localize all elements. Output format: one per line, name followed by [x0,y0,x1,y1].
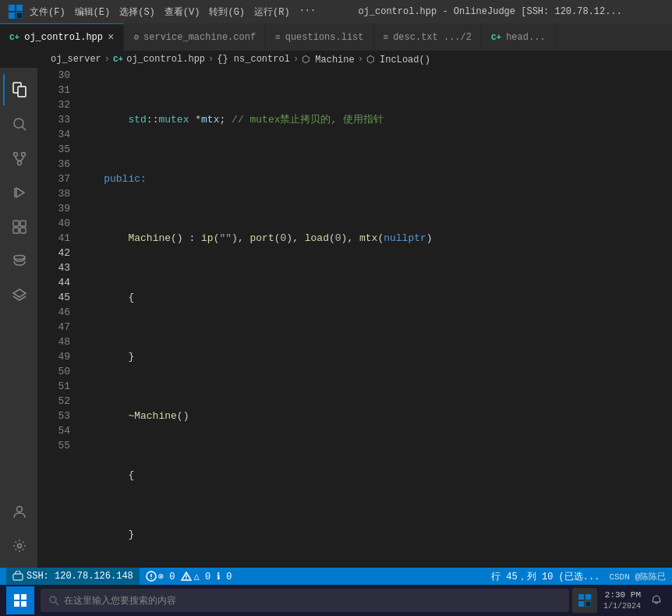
menu-select[interactable]: 选择(S) [119,5,155,19]
line-num-43: 43 [44,260,70,275]
activity-account[interactable] [3,496,34,527]
svg-point-6 [14,119,23,128]
svg-rect-21 [13,574,23,580]
tab-label-service-machine: service_machine.conf [143,32,256,43]
activity-bar [0,68,37,568]
status-warnings[interactable]: △ 0 [181,571,210,582]
breadcrumb: oj_server › C+ oj_control.hpp › {} ns_co… [0,51,672,68]
code-line-35: ~Machine() [80,409,672,423]
taskbar-notification[interactable] [647,591,666,610]
line-numbers: 30 31 32 33 34 35 36 37 38 39 40 41 42 4… [37,68,76,568]
svg-rect-35 [585,594,591,600]
line-num-31: 31 [44,83,70,97]
activity-search[interactable] [3,108,34,140]
code-line-36: { [80,468,672,483]
menu-bar[interactable]: 文件(F) 编辑(E) 选择(S) 查看(V) 转到(G) 运行(R) ··· [30,5,316,19]
breadcrumb-sep-0: › [104,54,110,65]
code-line-37: } [80,527,672,542]
activity-layers[interactable] [3,280,34,311]
breadcrumb-part-3[interactable]: ⬡ Machine [302,54,355,65]
status-bar: SSH: 120.78.126.148 ⊗ 0 △ 0 ℹ 0 行 45，列 1… [0,568,672,585]
code-line-33: { [80,290,672,305]
menu-view[interactable]: 查看(V) [164,5,200,19]
line-num-40: 40 [44,216,70,231]
svg-point-8 [14,153,18,157]
menu-goto[interactable]: 转到(G) [209,5,245,19]
line-num-44: 44 [44,275,70,290]
svg-point-10 [18,161,22,165]
svg-point-9 [22,153,26,157]
app-logo [8,4,23,19]
svg-rect-3 [16,12,23,19]
tab-label-desc-txt: desc.txt .../2 [393,32,472,43]
breadcrumb-sep-1: › [208,54,214,65]
breadcrumb-sep-3: › [358,54,363,65]
breadcrumb-part-4[interactable]: ⬡ IncLoad() [366,54,430,65]
activity-settings[interactable] [3,530,34,561]
menu-run[interactable]: 运行(R) [254,5,290,19]
tab-label-head: head... [506,32,545,43]
line-num-41: 41 [44,231,70,246]
breadcrumb-part-1[interactable]: C+ [113,55,123,64]
line-num-50: 50 [44,364,70,379]
menu-file[interactable]: 文件(F) [30,5,65,19]
taskbar-search[interactable]: 在这里输入您要搜索的内容 [41,589,569,612]
tab-questions-list[interactable]: ≡ questions.list [266,23,373,51]
status-errors[interactable]: ⊗ 0 [146,571,175,582]
line-num-42: 42 [44,246,70,260]
tab-service-machine[interactable]: ⚙ service_machine.conf [124,23,266,51]
svg-rect-13 [13,221,19,226]
svg-point-24 [150,578,152,579]
status-info[interactable]: ℹ 0 [217,571,232,582]
line-num-33: 33 [44,112,70,127]
tab-close-oj-control[interactable]: × [108,32,114,43]
status-ssh[interactable]: SSH: 120.78.126.148 [6,568,140,585]
code-line-30: std::mutex *mtx; // mutex禁止拷贝的, 使用指针 [80,112,672,127]
taskbar-app-icon[interactable] [572,588,597,613]
taskbar-clock: 2:30 PM 1/1/2024 [603,589,641,611]
status-right: 行 45，列 10 (已选... CSDN @陈陈已 [491,570,666,583]
svg-rect-0 [9,5,15,11]
activity-source-control[interactable] [3,143,34,174]
line-num-35: 35 [44,142,70,157]
svg-rect-29 [21,594,27,600]
svg-marker-11 [16,188,24,197]
tab-label-questions-list: questions.list [285,32,364,43]
status-position[interactable]: 行 45，列 10 (已选... [491,570,599,583]
activity-database[interactable] [3,246,34,277]
svg-rect-36 [578,601,584,607]
taskbar: 在这里输入您要搜索的内容 2:30 PM 1/1/2024 [0,585,672,616]
menu-edit[interactable]: 编辑(E) [75,5,111,19]
breadcrumb-part-2[interactable]: {} ns_control [217,54,290,65]
svg-rect-2 [9,12,15,19]
tab-oj-control[interactable]: C+ oj_control.hpp × [0,23,124,51]
svg-point-17 [14,256,25,260]
activity-explorer[interactable] [3,74,34,105]
code-lines[interactable]: std::mutex *mtx; // mutex禁止拷贝的, 使用指针 pub… [76,68,672,568]
activity-run[interactable] [3,177,34,208]
tab-head[interactable]: C+ head... [482,23,556,51]
line-num-48: 48 [44,335,70,349]
svg-rect-5 [18,87,26,97]
menu-more[interactable]: ··· [299,5,317,19]
line-num-52: 52 [44,394,70,409]
breadcrumb-sep-2: › [293,54,299,65]
line-num-34: 34 [44,127,70,142]
line-num-53: 53 [44,409,70,423]
svg-rect-15 [13,228,19,233]
activity-extensions[interactable] [3,211,34,243]
svg-point-27 [186,579,188,580]
tab-desc-txt[interactable]: ≡ desc.txt .../2 [374,23,482,51]
breadcrumb-part-1b[interactable]: oj_control.hpp [126,54,205,65]
code-editor[interactable]: 30 31 32 33 34 35 36 37 38 39 40 41 42 4… [37,68,672,568]
svg-point-20 [18,544,22,548]
breadcrumb-part-0[interactable]: oj_server [51,54,101,65]
line-num-55: 55 [44,438,70,453]
line-num-49: 49 [44,349,70,364]
taskbar-start[interactable] [6,586,34,614]
window-title: oj_control.hpp - OnlineJudge [SSH: 120.7… [358,6,621,17]
tab-bar: C+ oj_control.hpp × ⚙ service_machine.co… [0,23,672,51]
svg-line-33 [55,602,58,605]
tab-icon-service-machine: ⚙ [133,32,139,42]
svg-line-7 [23,127,27,131]
